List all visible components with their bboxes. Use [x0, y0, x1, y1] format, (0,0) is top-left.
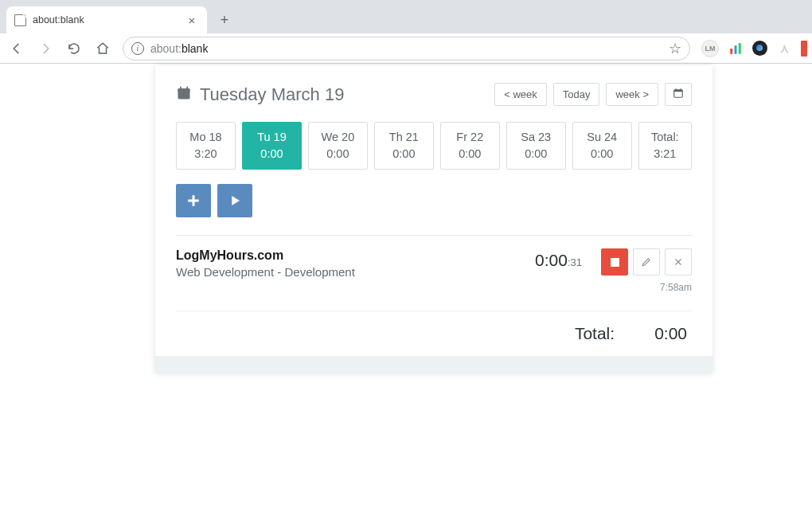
day-time: 3:20 [180, 146, 232, 162]
browser-tab[interactable]: about:blank × [6, 6, 207, 33]
svg-rect-4 [178, 88, 190, 92]
browser-toolbar: i about:blank ☆ LM ⋏ [0, 33, 812, 64]
svg-rect-0 [730, 49, 732, 54]
week-day-strip: Mo 18 3:20 Tu 19 0:00 We 20 0:00 Th 21 0… [176, 122, 692, 170]
address-bar[interactable]: i about:blank ☆ [123, 37, 690, 61]
back-button[interactable] [8, 40, 25, 57]
open-calendar-button[interactable] [665, 83, 692, 106]
entry-start-time: 7:58am [601, 282, 692, 293]
day-cell-mo[interactable]: Mo 18 3:20 [176, 122, 236, 170]
day-label: Tu 19 [246, 129, 298, 146]
day-label: Mo 18 [180, 129, 232, 146]
calendar-icon [176, 85, 192, 104]
today-button[interactable]: Today [553, 83, 600, 106]
day-total-label: Total: [575, 324, 615, 343]
bookmark-star-icon[interactable]: ☆ [669, 40, 681, 57]
week-total-cell: Total: 3:21 [638, 122, 692, 170]
day-label: We 20 [312, 129, 364, 146]
svg-rect-6 [186, 86, 188, 89]
close-tab-icon[interactable]: × [185, 13, 199, 27]
divider [176, 235, 692, 236]
forward-button[interactable] [37, 40, 54, 57]
stop-timer-button[interactable] [601, 248, 628, 275]
date-title: Tuesday March 19 [200, 84, 344, 105]
extension-red-icon[interactable] [801, 41, 807, 57]
day-cell-su[interactable]: Su 24 0:00 [572, 122, 632, 170]
page-viewport: Tuesday March 19 < week Today week > Mo … [0, 64, 812, 508]
entry-task: Web Development - Development [176, 265, 535, 279]
extension-lm-icon[interactable]: LM [701, 40, 719, 57]
day-cell-tu[interactable]: Tu 19 0:00 [242, 122, 302, 170]
svg-rect-5 [180, 86, 182, 89]
start-timer-button[interactable] [217, 184, 252, 217]
svg-rect-9 [186, 93, 188, 96]
svg-rect-11 [674, 90, 683, 92]
url-text: about:blank [150, 42, 208, 55]
day-time: 0:00 [576, 146, 628, 162]
prev-week-button[interactable]: < week [494, 83, 547, 106]
delete-entry-button[interactable] [665, 248, 692, 275]
next-week-button[interactable]: week > [606, 83, 658, 106]
entry-elapsed: 0:00:31 [535, 251, 582, 270]
day-time: 0:00 [444, 146, 496, 162]
extension-stats-icon[interactable] [727, 40, 744, 57]
svg-rect-1 [735, 45, 737, 54]
edit-entry-button[interactable] [633, 248, 660, 275]
day-total-value: 0:00 [654, 324, 687, 343]
extension-orb-icon[interactable] [752, 41, 767, 56]
svg-rect-15 [188, 200, 199, 202]
add-entry-button[interactable] [176, 184, 211, 217]
day-time: 0:00 [312, 146, 364, 162]
tab-title: about:blank [33, 14, 84, 25]
svg-rect-7 [180, 93, 182, 96]
time-entry-row: LogMyHours.com Web Development - Develop… [176, 248, 692, 293]
new-tab-button[interactable]: + [213, 9, 236, 31]
day-time: 0:00 [510, 146, 562, 162]
day-total-row: Total: 0:00 [176, 324, 692, 343]
timesheet-popover: Tuesday March 19 < week Today week > Mo … [155, 65, 712, 373]
svg-rect-8 [183, 93, 185, 96]
day-time: 0:00 [378, 146, 430, 162]
extension-tray: LM ⋏ [701, 40, 804, 57]
entry-project: LogMyHours.com [176, 248, 535, 263]
week-total-time: 3:21 [642, 146, 688, 162]
extension-wishbone-icon[interactable]: ⋏ [775, 40, 793, 57]
day-cell-th[interactable]: Th 21 0:00 [374, 122, 434, 170]
day-cell-sa[interactable]: Sa 23 0:00 [506, 122, 566, 170]
reload-button[interactable] [65, 40, 83, 57]
browser-tab-strip: about:blank × + [0, 0, 812, 33]
svg-rect-2 [739, 43, 741, 54]
day-cell-we[interactable]: We 20 0:00 [308, 122, 368, 170]
svg-rect-12 [676, 88, 677, 91]
day-time: 0:00 [246, 146, 298, 162]
timer-actions [176, 184, 692, 217]
day-label: Sa 23 [510, 129, 562, 146]
day-label: Fr 22 [444, 129, 496, 146]
svg-marker-16 [232, 196, 240, 205]
site-info-icon[interactable]: i [131, 42, 144, 55]
home-button[interactable] [94, 40, 111, 57]
divider [176, 311, 692, 311]
svg-rect-13 [680, 88, 681, 91]
week-total-label: Total: [642, 129, 688, 146]
day-cell-fr[interactable]: Fr 22 0:00 [440, 122, 500, 170]
day-label: Su 24 [576, 129, 628, 146]
page-icon [14, 14, 26, 26]
day-label: Th 21 [378, 129, 430, 146]
panel-header: Tuesday March 19 < week Today week > [176, 83, 692, 106]
stop-icon [611, 258, 619, 267]
